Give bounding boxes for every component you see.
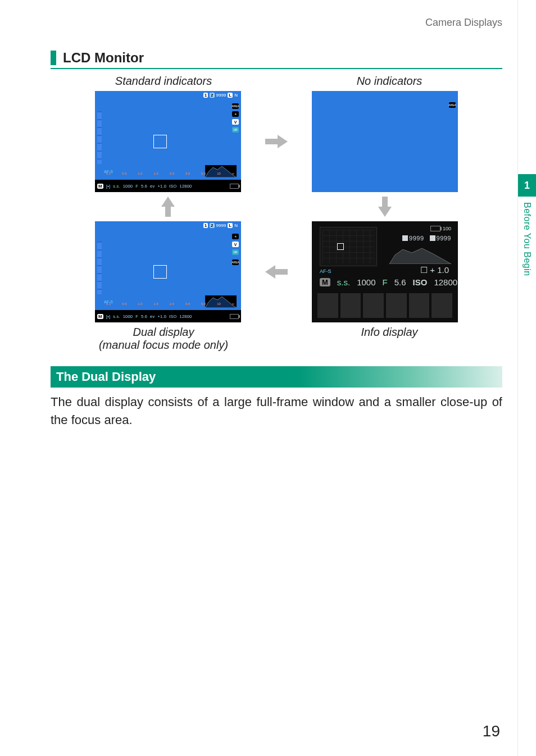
iso-value: 12800 bbox=[434, 277, 457, 287]
wb-icon: ☀ bbox=[232, 111, 239, 117]
af-mode: AF-S bbox=[104, 300, 113, 304]
chapter-title: Before You Begin bbox=[518, 202, 536, 315]
battery-icon bbox=[430, 226, 440, 231]
battery-icon bbox=[230, 314, 239, 319]
focus-frame bbox=[153, 265, 167, 279]
exposure-row: M s.s. 1000 F 5.6 ISO 12800 bbox=[320, 277, 451, 287]
distance-scale: AF-S 0.1 0.5 1.0 1.5 2.0 3.0 5.0 10 ∞ bbox=[104, 170, 237, 177]
aperture-value: 5.6 bbox=[141, 184, 147, 189]
exposure-comp: ☐ + 1.0 bbox=[420, 265, 449, 275]
mode-badge: M bbox=[320, 278, 330, 286]
area-icon: AREA bbox=[232, 103, 239, 109]
top-status-row: 1 2 9999 L N bbox=[203, 93, 238, 98]
card-slot-1-icon: 1 bbox=[203, 223, 208, 228]
af-mode: AF-S bbox=[104, 170, 113, 174]
screen-standard: 1 2 9999 L N AREA ☀ V DR AF-S 0.1 0.5 1.… bbox=[95, 91, 241, 192]
caption-standard-indicators: Standard indicators bbox=[51, 75, 276, 88]
screen-info-display: 100 9999 9999 ☐ + 1.0 AF-S M s.s. 1000 F… bbox=[312, 221, 458, 322]
ss-label-icon: s.s. bbox=[113, 184, 120, 189]
image-quality: N bbox=[234, 223, 238, 228]
shutter-value: 1000 bbox=[123, 184, 133, 189]
mode-badge: M bbox=[97, 184, 103, 189]
battery-percent: 100 bbox=[443, 226, 451, 231]
arrow-left-icon bbox=[257, 263, 296, 280]
thumbnail bbox=[431, 293, 452, 318]
ev-icon: ☐ bbox=[420, 265, 428, 275]
exposure-ruler bbox=[97, 111, 102, 164]
arrow-right-icon bbox=[257, 133, 296, 150]
image-quality: N bbox=[234, 93, 238, 98]
caption-info-display: Info display bbox=[361, 326, 417, 338]
card-slot-2-icon: 2 bbox=[210, 93, 214, 98]
frames-remaining: 9999 bbox=[216, 223, 226, 228]
ss-label-icon: s.s. bbox=[337, 277, 350, 287]
ss-label-icon: s.s. bbox=[113, 314, 120, 319]
body-paragraph: The dual display consists of a large ful… bbox=[51, 393, 502, 429]
thumbnail bbox=[386, 293, 407, 318]
aperture-label-icon: F bbox=[135, 314, 138, 319]
af-mode: AF-S bbox=[320, 268, 331, 274]
subsection-heading: The Dual Display bbox=[51, 366, 502, 388]
bottom-status-bar: M [•] s.s. 1000 F 5.6 ev +1.0 ISO 12800 bbox=[95, 180, 241, 192]
caption-dual-display-sub: (manual focus mode only) bbox=[51, 339, 276, 352]
caption-dual-display: Dual display bbox=[133, 326, 194, 338]
breadcrumb: Camera Displays bbox=[51, 17, 502, 29]
battery-icon bbox=[230, 184, 239, 189]
aperture-value: 5.6 bbox=[141, 314, 147, 319]
top-status-row: 1 2 9999 L N bbox=[203, 223, 238, 228]
focus-area-preview bbox=[320, 227, 377, 266]
wb-icon: ☀ bbox=[232, 234, 239, 239]
distance-scale: AF-S 0.1 0.5 1.0 1.5 2.0 3.0 5.0 10 ∞ bbox=[104, 300, 237, 308]
right-icon-stack-minimal: AREA bbox=[449, 102, 456, 108]
card1-icon bbox=[402, 235, 408, 241]
shots-remaining: 9999 9999 bbox=[402, 235, 451, 242]
exposure-ruler bbox=[97, 242, 102, 294]
screen-dual-display: 1 2 9999 L N ☀ V DR AREA AF-S 0.1 0.5 1.… bbox=[95, 221, 241, 322]
shutter-value: 1000 bbox=[123, 314, 133, 319]
caption-no-indicators: No indicators bbox=[276, 75, 502, 88]
mode-badge: M bbox=[97, 314, 103, 319]
image-size-icon: L bbox=[228, 223, 233, 228]
film-sim-icon: V bbox=[232, 242, 239, 247]
aperture-value: 5.6 bbox=[394, 277, 406, 287]
image-size-icon: L bbox=[228, 93, 233, 98]
section-heading-row: LCD Monitor bbox=[51, 50, 502, 69]
chapter-number-chip: 1 bbox=[518, 174, 536, 197]
iso-value: 12800 bbox=[180, 314, 192, 319]
dr-icon: DR bbox=[232, 127, 239, 133]
aperture-label-icon: F bbox=[383, 277, 388, 287]
right-icon-stack: AREA ☀ V DR bbox=[232, 103, 239, 133]
arrow-up-icon bbox=[95, 195, 241, 218]
heading-ornament bbox=[51, 51, 56, 65]
focus-frame bbox=[153, 135, 167, 148]
iso-label: ISO bbox=[169, 184, 177, 189]
aperture-label-icon: F bbox=[135, 184, 138, 189]
iso-label: ISO bbox=[413, 277, 428, 287]
dr-icon: DR bbox=[232, 249, 239, 255]
ev-label-icon: ev bbox=[150, 314, 155, 319]
chapter-sidebar: 1 Before You Begin bbox=[517, 0, 536, 756]
histogram bbox=[389, 247, 451, 264]
ev-value: +1.0 bbox=[157, 184, 166, 189]
thumbnail bbox=[363, 293, 384, 318]
screen-no-indicators: AREA bbox=[312, 91, 458, 192]
bottom-status-bar: M [•] s.s. 1000 F 5.6 ev +1.0 ISO 12800 bbox=[95, 310, 241, 322]
card-slot-1-icon: 1 bbox=[203, 93, 208, 98]
thumbnail bbox=[409, 293, 430, 318]
selected-focus-point bbox=[337, 243, 344, 250]
thumbnail-strip bbox=[317, 293, 452, 318]
area-icon: AREA bbox=[449, 102, 456, 108]
metering-icon: [•] bbox=[106, 184, 110, 189]
ev-value: +1.0 bbox=[157, 314, 166, 319]
right-icon-stack: ☀ V DR AREA bbox=[232, 234, 239, 265]
area-icon: AREA bbox=[232, 259, 239, 265]
thumbnail bbox=[340, 293, 361, 318]
arrow-down-icon bbox=[312, 195, 458, 218]
card-slot-2-icon: 2 bbox=[210, 223, 214, 228]
iso-value: 12800 bbox=[180, 184, 192, 189]
battery-readout: 100 bbox=[430, 226, 451, 231]
metering-icon: [•] bbox=[106, 314, 110, 319]
iso-label: ISO bbox=[169, 314, 177, 319]
ev-label-icon: ev bbox=[150, 184, 155, 189]
card2-icon bbox=[430, 235, 435, 241]
